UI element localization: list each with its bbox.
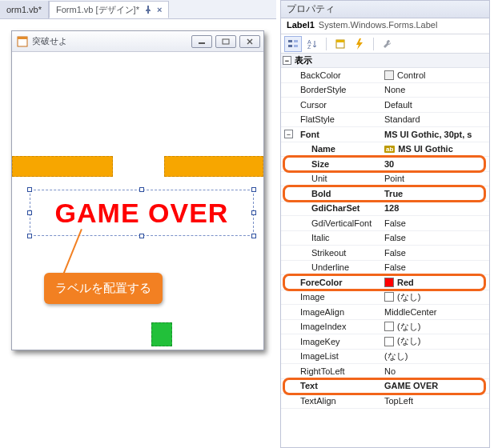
color-swatch-icon xyxy=(384,278,394,287)
close-icon[interactable]: × xyxy=(157,5,162,14)
prop-row-name[interactable]: NameabMS UI Gothic xyxy=(281,142,489,158)
prop-value[interactable]: True xyxy=(381,189,489,198)
prop-value[interactable]: TopLeft xyxy=(381,396,489,406)
resize-handle[interactable] xyxy=(139,187,144,192)
properties-toolbar: AZ xyxy=(281,34,489,54)
prop-value-text: False xyxy=(384,218,406,228)
events-icon[interactable] xyxy=(351,36,368,52)
properties-grid[interactable]: − 表示 BackColorControlBorderStyleNoneCurs… xyxy=(281,54,489,447)
minimize-button[interactable] xyxy=(191,35,212,48)
prop-row-imagealign[interactable]: ImageAlignMiddleCenter xyxy=(281,305,489,320)
tab-form-designer[interactable]: Form1.vb [デザイン]* × xyxy=(49,1,169,18)
prop-value[interactable]: False xyxy=(381,262,489,272)
alphabetical-icon[interactable]: AZ xyxy=(303,36,321,52)
prop-value-text: Point xyxy=(384,174,404,183)
form-body[interactable]: GAME OVER ラベルを配置する xyxy=(12,52,263,350)
prop-value[interactable]: No xyxy=(381,366,489,376)
resize-handle[interactable] xyxy=(251,187,256,192)
prop-value[interactable]: Control xyxy=(381,70,489,80)
prop-value[interactable]: 128 xyxy=(381,203,489,213)
prop-name: ImageList xyxy=(281,351,381,361)
label-text: GAME OVER xyxy=(55,198,229,229)
categorized-icon[interactable] xyxy=(284,36,302,52)
prop-value-text: None xyxy=(384,85,405,94)
prop-row-textalign[interactable]: TextAlignTopLeft xyxy=(281,394,489,409)
prop-row-imagekey[interactable]: ImageKey(なし) xyxy=(281,334,489,350)
wrench-icon[interactable] xyxy=(379,36,396,52)
prop-row-font[interactable]: −FontMS UI Gothic, 30pt, s xyxy=(281,127,489,142)
prop-row-flatstyle[interactable]: FlatStyleStandard xyxy=(281,113,489,128)
prop-value-text: Control xyxy=(397,70,425,80)
properties-title: プロパティ xyxy=(281,1,489,18)
prop-row-text[interactable]: TextGAME OVER xyxy=(281,379,489,394)
close-button[interactable] xyxy=(239,35,260,48)
prop-value[interactable]: 30 xyxy=(381,159,489,169)
prop-value[interactable]: MS UI Gothic, 30pt, s xyxy=(381,130,489,139)
prop-name: Underline xyxy=(281,262,381,272)
prop-row-strikeout[interactable]: StrikeoutFalse xyxy=(281,246,489,261)
prop-value-text: TopLeft xyxy=(384,396,413,406)
prop-value-text: Standard xyxy=(384,114,420,124)
section-header-appearance[interactable]: − 表示 xyxy=(281,54,489,68)
green-block[interactable] xyxy=(151,322,172,346)
toolbar-separator xyxy=(326,38,327,50)
orange-block-right[interactable] xyxy=(164,156,263,177)
collapse-icon[interactable]: − xyxy=(284,130,293,138)
prop-row-forecolor[interactable]: ForeColorRed xyxy=(281,275,489,290)
prop-name: Strikeout xyxy=(281,248,381,258)
prop-value[interactable]: Point xyxy=(381,174,489,183)
prop-value[interactable]: False xyxy=(381,218,489,228)
collapse-icon[interactable]: − xyxy=(283,56,291,65)
svg-rect-4 xyxy=(288,40,292,42)
tab-form-code[interactable]: orm1.vb* xyxy=(0,1,49,18)
selected-control-combo[interactable]: Label1 System.Windows.Forms.Label xyxy=(281,18,489,34)
maximize-button[interactable] xyxy=(215,35,236,48)
prop-row-gdicharset[interactable]: GdiCharSet128 xyxy=(281,202,489,217)
pin-icon[interactable] xyxy=(143,4,154,15)
prop-row-bold[interactable]: BoldTrue xyxy=(281,186,489,202)
prop-value[interactable]: Default xyxy=(381,100,489,110)
label-game-over[interactable]: GAME OVER xyxy=(30,190,254,236)
prop-row-unit[interactable]: UnitPoint xyxy=(281,172,489,187)
prop-value[interactable]: (なし) xyxy=(381,350,489,362)
prop-value[interactable]: abMS UI Gothic xyxy=(381,144,489,154)
prop-row-cursor[interactable]: CursorDefault xyxy=(281,98,489,113)
prop-row-size[interactable]: Size30 xyxy=(281,157,489,172)
prop-value[interactable]: False xyxy=(381,248,489,258)
resize-handle[interactable] xyxy=(139,234,144,238)
prop-value[interactable]: (なし) xyxy=(381,335,489,347)
prop-name: GdiCharSet xyxy=(281,203,381,213)
designer-surface[interactable]: 突破せよ GAME xyxy=(0,19,276,364)
resize-handle[interactable] xyxy=(251,210,256,215)
prop-value[interactable]: MiddleCenter xyxy=(381,307,489,317)
resize-handle[interactable] xyxy=(27,210,32,215)
prop-row-underline[interactable]: UnderlineFalse xyxy=(281,261,489,276)
prop-value[interactable]: GAME OVER xyxy=(381,381,489,390)
svg-rect-11 xyxy=(336,40,344,42)
prop-value[interactable]: None xyxy=(381,85,489,94)
prop-row-gdiverticalfont[interactable]: GdiVerticalFontFalse xyxy=(281,216,489,231)
prop-name: GdiVerticalFont xyxy=(281,218,381,228)
prop-row-imagelist[interactable]: ImageList(なし) xyxy=(281,350,489,365)
prop-value-text: False xyxy=(384,233,406,242)
prop-name: Unit xyxy=(281,174,381,183)
prop-value[interactable]: (なし) xyxy=(381,321,489,333)
resize-handle[interactable] xyxy=(27,234,32,238)
resize-handle[interactable] xyxy=(27,187,32,192)
prop-row-image[interactable]: Image(なし) xyxy=(281,290,489,306)
prop-row-italic[interactable]: ItalicFalse xyxy=(281,231,489,246)
prop-row-imageindex[interactable]: ImageIndex(なし) xyxy=(281,320,489,335)
prop-value[interactable]: Red xyxy=(381,278,489,287)
prop-value-text: 30 xyxy=(384,159,394,169)
prop-name: Text xyxy=(281,381,381,390)
form-window[interactable]: 突破せよ GAME xyxy=(11,30,264,350)
prop-row-backcolor[interactable]: BackColorControl xyxy=(281,68,489,83)
prop-value[interactable]: (なし) xyxy=(381,291,489,303)
resize-handle[interactable] xyxy=(251,234,256,238)
prop-row-righttoleft[interactable]: RightToLeftNo xyxy=(281,364,489,379)
prop-value[interactable]: Standard xyxy=(381,114,489,124)
orange-block-left[interactable] xyxy=(12,156,113,177)
properties-icon[interactable] xyxy=(331,36,349,52)
prop-value[interactable]: False xyxy=(381,233,489,242)
prop-row-borderstyle[interactable]: BorderStyleNone xyxy=(281,83,489,98)
